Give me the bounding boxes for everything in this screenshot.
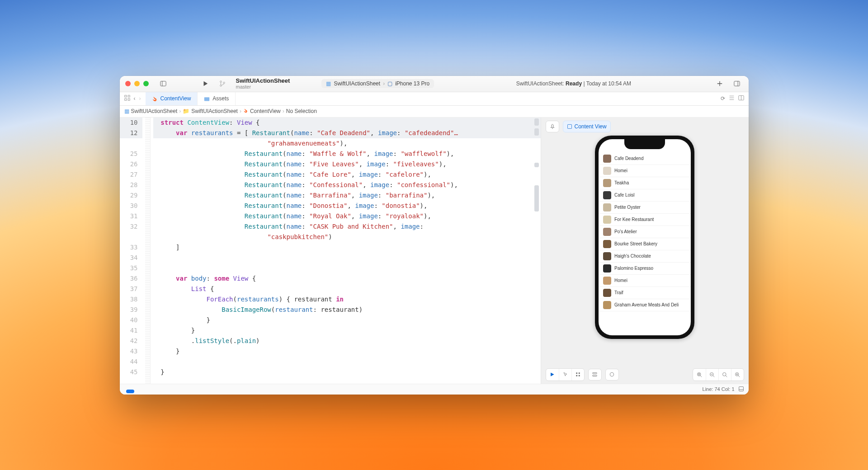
list-item-label: Palomino Espresso: [614, 266, 653, 271]
toggle-inspector-button[interactable]: [731, 78, 743, 89]
zoom-in-button[interactable]: [731, 369, 744, 381]
list-item[interactable]: Palomino Espresso: [599, 263, 691, 275]
list-item[interactable]: For Kee Restaurant: [599, 214, 691, 226]
line-number-gutter: 1012252627282930313233343536373839404142…: [120, 118, 145, 384]
thumbnail: [603, 203, 611, 212]
panel-icon: [738, 386, 744, 392]
list-item[interactable]: Cafe Deadend: [599, 153, 691, 165]
list-item[interactable]: Graham Avenue Meats And Deli: [599, 299, 691, 311]
scm-branch-icon[interactable]: [216, 78, 229, 89]
preview-options-button[interactable]: [605, 369, 619, 381]
svg-line-26: [700, 376, 702, 377]
fold-ribbon[interactable]: [145, 118, 151, 384]
device-settings-button[interactable]: [588, 369, 602, 381]
zoom-100-button[interactable]: [718, 369, 731, 381]
zoom-fit-button[interactable]: [693, 369, 706, 381]
device-icon: ▢: [387, 80, 392, 87]
scheme-app: SwiftUIActionSheet: [334, 80, 380, 87]
pin-preview-button[interactable]: [546, 121, 559, 132]
circle-icon: [609, 371, 615, 377]
svg-rect-10: [124, 99, 126, 100]
list-item-label: Traif: [614, 290, 623, 295]
run-button[interactable]: [199, 78, 212, 89]
zoom-window-button[interactable]: [143, 81, 149, 86]
status-prefix: SwiftUIActionSheet:: [516, 80, 566, 87]
adjust-editor-button[interactable]: [729, 95, 735, 102]
tab-contentview[interactable]: ContentView: [146, 92, 198, 105]
thumbnail: [603, 289, 611, 297]
grid-small-icon: [576, 372, 580, 377]
plus-icon: [717, 80, 723, 87]
selectable-preview-button[interactable]: [559, 369, 571, 381]
scheme-selector[interactable]: ▦ SwiftUIActionSheet › ▢ iPhone 13 Pro: [321, 79, 434, 88]
minimize-window-button[interactable]: [134, 81, 140, 86]
svg-rect-19: [578, 372, 580, 374]
svg-rect-0: [160, 81, 165, 86]
zoom-out-icon: [709, 372, 715, 377]
svg-point-3: [220, 81, 222, 83]
status-bar: Line: 74 Col: 1: [120, 384, 749, 395]
sidebar-left-icon: [160, 80, 166, 87]
xcode-window: SwiftUIActionSheet master ▦ SwiftUIActio…: [120, 76, 749, 395]
canvas-toolbar-bottom: [541, 366, 749, 384]
editor-layout-button[interactable]: [738, 386, 744, 393]
refresh-canvas-button[interactable]: ⟳: [721, 95, 725, 102]
library-button[interactable]: [713, 78, 726, 89]
svg-rect-22: [593, 372, 597, 373]
zoom-group: [693, 368, 744, 381]
chevron-icon: ›: [283, 108, 284, 114]
source-editor[interactable]: 1012252627282930313233343536373839404142…: [120, 118, 541, 384]
list-item[interactable]: Petite Oyster: [599, 202, 691, 214]
project-name: SwiftUIActionSheet: [236, 78, 290, 84]
list-item-label: Teakha: [614, 180, 629, 185]
list-item[interactable]: Traif: [599, 287, 691, 299]
variants-preview-button[interactable]: [571, 369, 584, 381]
svg-rect-11: [128, 99, 130, 100]
crumb-file: ContentView: [250, 108, 281, 114]
list-item[interactable]: Homei: [599, 275, 691, 287]
chevron-icon: ›: [240, 108, 241, 114]
jump-bar[interactable]: ▦ SwiftUIActionSheet › 📁 SwiftUIActionSh…: [120, 106, 749, 118]
history-forward-button[interactable]: ›: [139, 95, 141, 102]
list-item[interactable]: Bourke Street Bakery: [599, 238, 691, 250]
zoom-fit-icon: [697, 372, 702, 377]
chevron-icon: ›: [179, 108, 181, 114]
history-back-button[interactable]: ‹: [134, 95, 136, 102]
swift-file-icon: [243, 108, 248, 114]
related-items-button[interactable]: [124, 95, 130, 102]
thumbnail: [603, 216, 611, 224]
svg-point-25: [697, 372, 701, 376]
device-preview-iphone[interactable]: Cafe DeadendHomeiTeakhaCafe LoislPetite …: [595, 136, 694, 339]
list-item[interactable]: Haigh's Chocolate: [599, 250, 691, 263]
cursor-position: Line: 74 Col: 1: [703, 386, 735, 392]
folder-icon: 📁: [183, 108, 189, 114]
minimap-scrollbar[interactable]: [534, 118, 539, 383]
svg-rect-8: [124, 95, 126, 97]
grid-icon: [124, 95, 130, 101]
thumbnail: [603, 167, 611, 175]
list-item-label: Haigh's Chocolate: [614, 254, 651, 258]
live-preview-button[interactable]: [546, 369, 559, 381]
list-item[interactable]: Teakha: [599, 177, 691, 189]
close-window-button[interactable]: [125, 81, 131, 86]
list-item-label: Homei: [614, 168, 627, 173]
list-item[interactable]: Po's Atelier: [599, 226, 691, 238]
window-icon: [567, 124, 572, 129]
preview-target-button[interactable]: Content View: [563, 121, 611, 132]
svg-rect-23: [593, 375, 597, 376]
list-item-label: Po's Atelier: [614, 229, 637, 234]
titlebar-right: [713, 78, 743, 89]
canvas-toolbar-top: Content View: [541, 118, 749, 136]
svg-rect-21: [578, 375, 580, 376]
svg-point-31: [723, 372, 726, 376]
code-content[interactable]: struct ContentView: View { var restauran…: [151, 118, 541, 384]
thumbnail: [603, 228, 611, 236]
toggle-navigator-button[interactable]: [157, 78, 170, 89]
svg-rect-9: [128, 95, 130, 97]
list-item[interactable]: Homei: [599, 165, 691, 177]
add-editor-button[interactable]: [738, 95, 744, 102]
app-icon: ▦: [326, 80, 331, 87]
zoom-out-button[interactable]: [706, 369, 718, 381]
list-item[interactable]: Cafe Loisl: [599, 189, 691, 202]
tab-assets[interactable]: Assets: [198, 92, 236, 105]
